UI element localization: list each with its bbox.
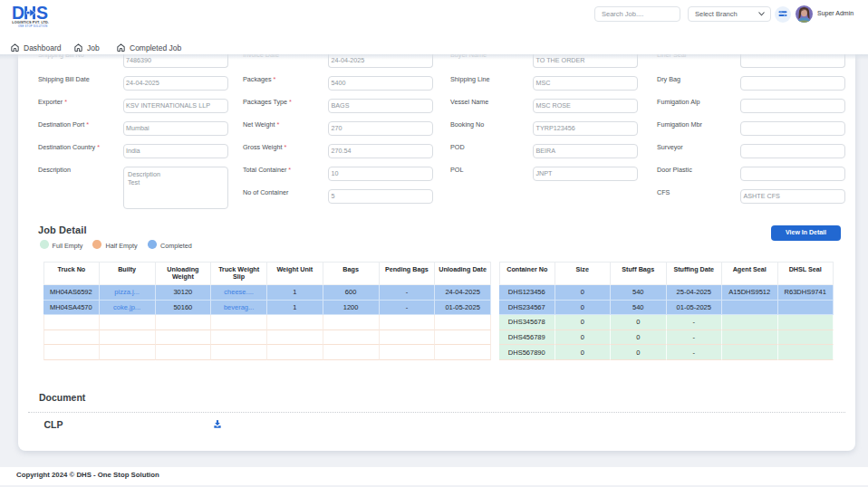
svg-text:ONE STOP SOLUTION: ONE STOP SOLUTION bbox=[18, 24, 47, 28]
svg-text:S: S bbox=[36, 5, 48, 23]
svg-text:D: D bbox=[12, 5, 24, 23]
